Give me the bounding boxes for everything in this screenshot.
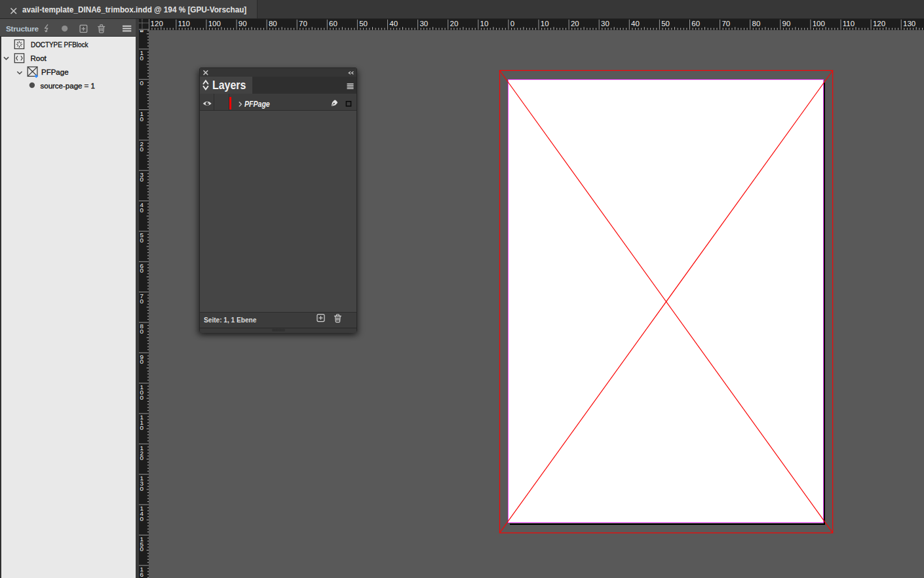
- svg-text:130: 130: [903, 20, 915, 28]
- svg-text:120: 120: [151, 20, 163, 28]
- svg-text:0: 0: [140, 328, 144, 335]
- svg-text:60: 60: [329, 20, 337, 28]
- svg-text:10: 10: [541, 20, 549, 28]
- svg-text:0: 0: [140, 145, 144, 153]
- svg-text:30: 30: [419, 20, 428, 28]
- svg-text:40: 40: [389, 20, 398, 28]
- svg-text:80: 80: [269, 20, 277, 28]
- svg-text:0: 0: [140, 576, 144, 578]
- svg-text:0: 0: [140, 545, 144, 552]
- svg-text:0: 0: [140, 30, 144, 33]
- svg-text:30: 30: [601, 20, 609, 28]
- svg-text:40: 40: [631, 20, 640, 28]
- svg-text:80: 80: [752, 20, 761, 28]
- svg-text:0: 0: [140, 485, 144, 492]
- svg-text:0: 0: [140, 237, 144, 244]
- svg-text:60: 60: [691, 20, 700, 28]
- svg-text:90: 90: [782, 20, 791, 28]
- svg-text:0: 0: [510, 20, 514, 28]
- svg-text:0: 0: [140, 54, 144, 62]
- svg-text:120: 120: [873, 20, 885, 28]
- svg-text:50: 50: [359, 20, 368, 28]
- svg-text:110: 110: [178, 20, 190, 28]
- svg-text:20: 20: [571, 20, 579, 28]
- svg-text:110: 110: [843, 20, 855, 28]
- svg-text:100: 100: [208, 20, 221, 28]
- svg-text:20: 20: [450, 20, 459, 28]
- svg-text:100: 100: [813, 20, 825, 28]
- svg-text:0: 0: [140, 115, 144, 123]
- svg-text:0: 0: [140, 79, 144, 87]
- svg-text:10: 10: [480, 20, 489, 28]
- svg-text:0: 0: [140, 298, 144, 305]
- svg-text:90: 90: [239, 20, 247, 28]
- svg-text:0: 0: [140, 358, 144, 365]
- svg-text:0: 0: [140, 267, 144, 274]
- svg-text:0: 0: [140, 394, 144, 401]
- svg-text:0: 0: [140, 176, 144, 183]
- svg-text:0: 0: [140, 454, 144, 461]
- svg-text:50: 50: [661, 20, 670, 28]
- svg-text:0: 0: [140, 206, 144, 214]
- svg-text:0: 0: [140, 424, 144, 431]
- svg-text:70: 70: [722, 20, 730, 28]
- svg-text:70: 70: [299, 20, 307, 28]
- svg-text:0: 0: [140, 515, 144, 522]
